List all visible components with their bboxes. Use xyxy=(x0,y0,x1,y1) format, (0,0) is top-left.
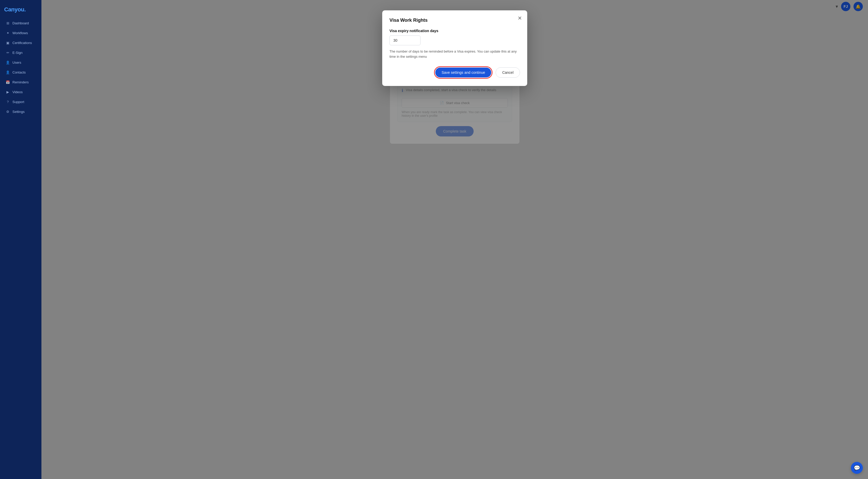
sidebar-item-reminders[interactable]: 📅 Reminders xyxy=(2,77,40,87)
sidebar-item-label: Settings xyxy=(12,110,25,114)
grid-icon: ⊞ xyxy=(6,21,10,25)
edit-icon: ✏ xyxy=(6,51,10,55)
save-settings-button[interactable]: Save settings and continue xyxy=(435,68,491,77)
sidebar-item-support[interactable]: ? Support xyxy=(2,97,40,106)
sidebar-item-label: E-Sign xyxy=(12,51,23,55)
user-icon: 👤 xyxy=(6,60,10,64)
sidebar-item-videos[interactable]: ▶ Videos xyxy=(2,87,40,97)
sidebar-item-users[interactable]: 👤 Users xyxy=(2,58,40,67)
sidebar-item-settings[interactable]: ⚙ Settings xyxy=(2,107,40,116)
modal-overlay: Visa Work Rights ✕ Visa expiry notificat… xyxy=(41,0,868,479)
play-icon: ▶ xyxy=(6,90,10,94)
monitor-icon: ▣ xyxy=(6,41,10,45)
sidebar-item-label: Workflows xyxy=(12,31,28,35)
cancel-button[interactable]: Cancel xyxy=(496,67,520,78)
sidebar-item-label: Certifications xyxy=(12,41,32,45)
sidebar-item-dashboard[interactable]: ⊞ Dashboard xyxy=(2,19,40,28)
contacts-icon: 👤 xyxy=(6,70,10,74)
gear-icon: ⚙ xyxy=(6,109,10,114)
sidebar-item-label: Support xyxy=(12,100,24,104)
modal-title: Visa Work Rights xyxy=(390,18,520,23)
calendar-icon: 📅 xyxy=(6,80,10,84)
sidebar-item-label: Contacts xyxy=(12,70,26,74)
sidebar-item-label: Dashboard xyxy=(12,21,29,25)
sidebar-item-label: Videos xyxy=(12,90,23,94)
help-icon: ? xyxy=(6,100,10,104)
plus-icon: ✦ xyxy=(6,31,10,35)
sidebar-item-workflows[interactable]: ✦ Workflows xyxy=(2,28,40,37)
sidebar-item-label: Users xyxy=(12,61,21,64)
brand-logo: Canyou. xyxy=(0,3,41,18)
modal-close-button[interactable]: ✕ xyxy=(518,15,522,21)
brand-name: Canyou. xyxy=(4,6,26,13)
sidebar-item-esign[interactable]: ✏ E-Sign xyxy=(2,48,40,57)
chat-bubble-button[interactable]: 💬 xyxy=(851,462,863,474)
notification-days-input[interactable] xyxy=(390,35,421,45)
sidebar-item-label: Reminders xyxy=(12,80,29,84)
sidebar: Canyou. ⊞ Dashboard ✦ Workflows ▣ Certif… xyxy=(0,0,41,479)
visa-work-rights-modal: Visa Work Rights ✕ Visa expiry notificat… xyxy=(382,10,527,86)
save-button-wrapper: Save settings and continue xyxy=(434,66,493,79)
sidebar-item-certifications[interactable]: ▣ Certifications xyxy=(2,38,40,47)
modal-hint-text: The number of days to be reminded before… xyxy=(390,49,520,59)
sidebar-item-contacts[interactable]: 👤 Contacts xyxy=(2,68,40,77)
chat-icon: 💬 xyxy=(854,465,860,471)
main-area: ▾ FJ 🔔 Document type Passport ▾ Document… xyxy=(41,0,868,479)
modal-actions: Save settings and continue Cancel xyxy=(390,66,520,79)
notification-days-label: Visa expiry notification days xyxy=(390,29,520,33)
